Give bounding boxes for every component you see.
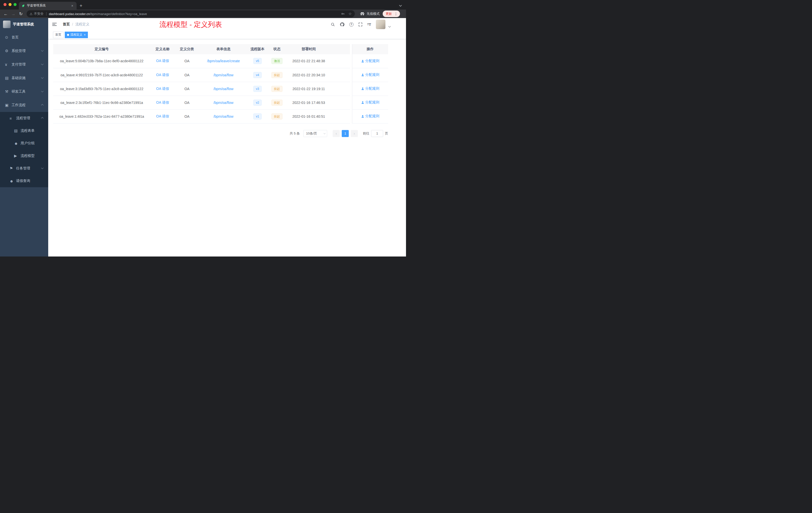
address-bar[interactable]: ⚠ 不安全 dashboard.yudao.iocoder.cn /bpm/ma… xyxy=(27,10,355,17)
sidebar-item-workflow[interactable]: ▣ 工作流程 xyxy=(0,98,48,112)
help-icon[interactable]: ? xyxy=(349,22,353,27)
chevron-down-icon xyxy=(41,167,44,169)
user-group-icon: ☻ xyxy=(14,141,21,146)
minimize-window-button[interactable] xyxy=(8,3,11,6)
sidebar-item-infrastructure[interactable]: ▤ 基础设施 xyxy=(0,71,48,85)
dashboard-icon: ⊙ xyxy=(5,35,11,40)
breadcrumb-separator: / xyxy=(72,22,73,26)
prev-page-button[interactable]: ‹ xyxy=(333,130,340,137)
bookmark-star-icon[interactable]: ☆ xyxy=(348,11,352,16)
tab-close-icon[interactable]: × xyxy=(70,4,74,8)
app-navbar: 首页 / 流程定义 流程模型 - 定义列表 ? xyxy=(48,18,406,31)
avatar[interactable] xyxy=(376,20,385,29)
navbar-tools: ? TT xyxy=(331,20,406,29)
col-status: 状态 xyxy=(267,44,287,54)
sidebar-item-process-form[interactable]: ▤ 流程表单 xyxy=(0,124,48,137)
person-icon xyxy=(361,101,364,104)
form-info-link[interactable]: /bpm/oa/leave/create xyxy=(207,59,240,63)
assign-rule-link[interactable]: 分配规则 xyxy=(361,59,379,63)
sidebar-item-process-manage[interactable]: ≡ 流程管理 xyxy=(0,112,48,124)
definition-name-link[interactable]: OA 请假 xyxy=(156,100,169,104)
github-icon[interactable] xyxy=(340,22,345,27)
url-host: dashboard.yudao.iocoder.cn xyxy=(49,12,90,16)
font-size-icon[interactable]: TT xyxy=(367,22,371,27)
incognito-label: 无痕模式 xyxy=(367,11,380,16)
tag-home[interactable]: 首页 xyxy=(53,32,63,38)
close-window-button[interactable] xyxy=(3,3,6,6)
page-size-select[interactable]: 10条/页 xyxy=(303,130,327,137)
form-info-link[interactable]: /bpm/oa/flow xyxy=(213,73,233,77)
version-tag: v5 xyxy=(253,58,262,64)
logo-avatar xyxy=(3,21,10,28)
sidebar-item-leave-query[interactable]: ☻ 请假查询 xyxy=(0,175,48,187)
definition-name-link[interactable]: OA 请假 xyxy=(156,59,169,63)
breadcrumb-current: 流程定义 xyxy=(75,22,89,27)
tag-process-definition[interactable]: 流程定义 × xyxy=(65,32,88,38)
hamburger-icon[interactable] xyxy=(52,23,57,26)
form-info-link[interactable]: /bpm/oa/flow xyxy=(213,101,233,105)
security-label[interactable]: 不安全 xyxy=(34,11,44,16)
tab-favicon-leaf xyxy=(21,4,25,7)
assign-rule-link[interactable]: 分配规则 xyxy=(361,86,379,91)
deploy-time: 2022-01-22 19:19:11 xyxy=(287,82,330,96)
back-icon[interactable]: ← xyxy=(2,12,9,16)
goto-page-input[interactable] xyxy=(371,130,383,137)
yen-icon: ¥ xyxy=(5,62,11,67)
table-row: oa_leave:4:991f2193-7b7f-11ec-a3c8-acde4… xyxy=(53,68,388,82)
pagination: 共 5 条 10条/页 ‹ 1 › 前往 页 xyxy=(53,130,388,137)
sidebar-item-payment[interactable]: ¥ 支付管理 xyxy=(0,58,48,71)
sidebar-item-process-model[interactable]: ▶ 流程模型 xyxy=(0,150,48,162)
assign-rule-link[interactable]: 分配规则 xyxy=(361,72,379,77)
col-definition-category: 定义分类 xyxy=(175,44,199,54)
chevron-up-icon xyxy=(41,117,44,119)
password-key-icon[interactable] xyxy=(341,12,345,16)
breadcrumb-home[interactable]: 首页 xyxy=(63,22,70,27)
forward-icon[interactable]: → xyxy=(9,12,17,16)
tag-close-icon[interactable]: × xyxy=(84,33,86,37)
form-icon: ▤ xyxy=(14,128,21,133)
version-tag: v2 xyxy=(253,100,262,105)
sidebar-item-task-manage[interactable]: ⚑ 任务管理 xyxy=(0,162,48,175)
sidebar-item-user-group[interactable]: ☻ 用户分组 xyxy=(0,137,48,150)
fullscreen-icon[interactable] xyxy=(358,22,362,27)
list-icon: ≡ xyxy=(9,116,16,120)
definition-name-link[interactable]: OA 请假 xyxy=(156,114,169,118)
monitor-icon: ▤ xyxy=(5,76,11,80)
flag-icon: ⚑ xyxy=(9,166,16,171)
new-tab-button[interactable]: + xyxy=(80,3,82,8)
status-tag: 挂起 xyxy=(271,100,283,105)
workflow-icon: ▣ xyxy=(5,103,11,108)
reload-icon[interactable]: ↻ xyxy=(17,12,25,16)
tags-bar: 首页 流程定义 × xyxy=(48,31,406,39)
chevron-down-icon[interactable] xyxy=(399,4,402,6)
chrome-update-button[interactable]: 更新 ⋮ xyxy=(383,10,400,17)
maximize-window-button[interactable] xyxy=(13,3,17,6)
sidebar-logo[interactable]: 芋道管理系统 xyxy=(0,18,48,31)
search-icon[interactable] xyxy=(331,22,335,27)
deploy-time: 2022-01-22 20:34:10 xyxy=(287,68,330,82)
tools-icon: ⚒ xyxy=(5,89,11,94)
browser-tab[interactable]: 芋道管理系统 × xyxy=(19,2,77,9)
chevron-down-icon[interactable] xyxy=(388,25,391,27)
chevron-up-icon xyxy=(41,104,44,107)
deploy-time: 2022-01-16 01:40:51 xyxy=(287,110,330,123)
assign-rule-link[interactable]: 分配规则 xyxy=(361,100,379,105)
sidebar-item-devtools[interactable]: ⚒ 研发工具 xyxy=(0,85,48,98)
form-info-link[interactable]: /bpm/oa/flow xyxy=(213,87,233,91)
definition-name-link[interactable]: OA 请假 xyxy=(156,73,169,77)
next-page-button[interactable]: › xyxy=(351,130,358,137)
definition-category: OA xyxy=(175,96,199,110)
browser-menu-dots-icon[interactable]: ⋮ xyxy=(394,12,399,16)
version-tag: v1 xyxy=(253,114,262,119)
form-info-link[interactable]: /bpm/oa/flow xyxy=(213,115,233,118)
sidebar: 芋道管理系统 ⊙ 首页 ⚙ 系统管理 ¥ 支付管理 ▤ 基础设施 ⚒ 研发工具 … xyxy=(0,18,48,256)
sidebar-item-home[interactable]: ⊙ 首页 xyxy=(0,31,48,44)
url-path: /bpm/manager/definition?key=oa_leave xyxy=(90,12,147,16)
assign-rule-link[interactable]: 分配规则 xyxy=(361,114,379,118)
chevron-down-icon xyxy=(323,132,325,134)
update-label[interactable]: 更新 xyxy=(386,12,392,16)
definition-id: oa_leave:2:3c1f0ef1-76b1-11ec-9c66-a2380… xyxy=(53,96,150,110)
sidebar-item-system[interactable]: ⚙ 系统管理 xyxy=(0,44,48,58)
page-number-button[interactable]: 1 xyxy=(342,130,349,137)
definition-name-link[interactable]: OA 请假 xyxy=(156,87,169,91)
